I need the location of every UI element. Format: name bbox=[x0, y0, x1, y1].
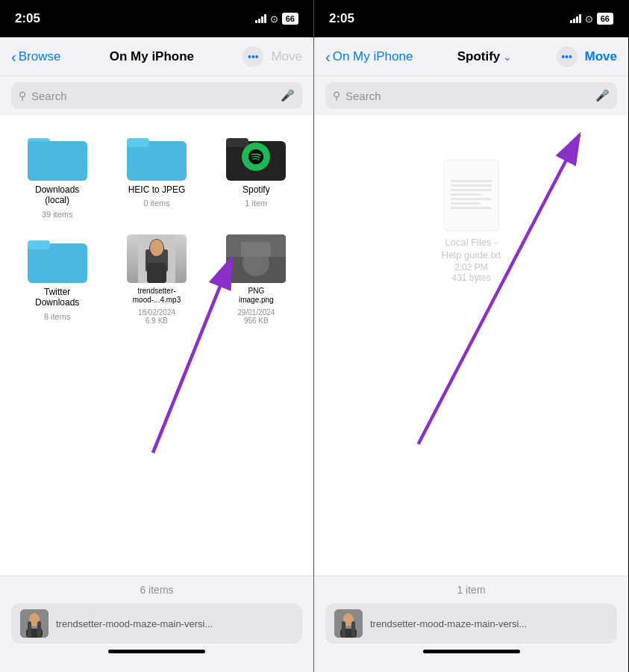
left-player-title: trendsetter-mood-maze-main-versi... bbox=[56, 618, 293, 629]
right-search-wrap: ⚲ Search 🎤 bbox=[314, 76, 628, 115]
left-bottom-player[interactable]: trendsetter-mood-maze-main-versi... bbox=[11, 603, 302, 644]
left-nav-title: On My iPhone bbox=[65, 49, 238, 64]
right-file-lines bbox=[451, 180, 492, 211]
left-mic-icon[interactable]: 🎤 bbox=[281, 89, 295, 102]
right-ellipsis-button[interactable]: ••• bbox=[557, 46, 578, 67]
right-home-indicator bbox=[423, 650, 520, 653]
left-bottom-count: 6 items bbox=[11, 584, 302, 596]
right-spotify-row: Spotify ⌄ bbox=[417, 49, 551, 64]
right-player-title: trendsetter-mood-maze-main-versi... bbox=[370, 618, 608, 629]
right-file-line-5 bbox=[451, 198, 492, 200]
right-file-line-2 bbox=[451, 184, 492, 187]
right-bottom-bar: 1 item trendsetter-mood-maze-main-versi.… bbox=[314, 576, 628, 672]
right-status-bar: 2:05 ⊙ 66 bbox=[314, 0, 628, 37]
left-player-thumb bbox=[20, 609, 48, 638]
folder-twitter-sub: 8 items bbox=[44, 312, 70, 321]
svg-rect-34 bbox=[351, 621, 355, 638]
folder-downloads-icon bbox=[28, 132, 87, 181]
folder-heic[interactable]: HEIC to JPEG 0 items bbox=[107, 126, 206, 225]
left-phone-screen: 2:05 ⊙ 66 ‹ Browse On My iPhone ••• Move bbox=[0, 0, 314, 672]
folder-downloads[interactable]: Downloads(local) 39 items bbox=[7, 126, 107, 225]
right-search-placeholder: Search bbox=[345, 90, 590, 102]
right-file-name: Local Files - Help guide.txt bbox=[442, 237, 501, 262]
svg-point-15 bbox=[150, 240, 163, 256]
file-person-label: trendsetter-mood-...4.mp3 bbox=[133, 287, 181, 305]
right-bottom-count: 1 item bbox=[325, 584, 617, 596]
folder-heic-label: HEIC to JPEG bbox=[128, 184, 186, 195]
svg-rect-33 bbox=[342, 621, 345, 638]
right-wifi-icon: ⊙ bbox=[585, 13, 593, 25]
folder-downloads-sub: 39 items bbox=[42, 210, 73, 219]
left-nav-bar: ‹ Browse On My iPhone ••• Move bbox=[0, 37, 313, 76]
right-file-size: 431 bytes bbox=[442, 273, 501, 283]
file-png-sub: 29/01/2024956 KB bbox=[237, 308, 275, 325]
right-bottom-player[interactable]: trendsetter-mood-maze-main-versi... bbox=[325, 603, 617, 644]
left-back-label: Browse bbox=[19, 49, 61, 64]
right-file-item[interactable]: Local Files - Help guide.txt 2:02 PM 431… bbox=[427, 137, 516, 305]
svg-rect-5 bbox=[127, 138, 149, 147]
svg-rect-7 bbox=[226, 138, 248, 147]
left-move-button[interactable]: Move bbox=[271, 49, 302, 64]
left-status-icons: ⊙ 66 bbox=[255, 13, 298, 25]
right-file-line-6 bbox=[451, 202, 481, 205]
right-file-thumb bbox=[443, 160, 499, 231]
left-ellipsis-button[interactable]: ••• bbox=[242, 46, 263, 67]
right-search-icon: ⚲ bbox=[333, 90, 340, 102]
right-chevron-down-icon[interactable]: ⌄ bbox=[503, 51, 512, 63]
right-file-line-4 bbox=[451, 193, 481, 196]
right-nav-bar: ‹ On My iPhone Spotify ⌄ ••• Move bbox=[314, 37, 628, 76]
svg-rect-16 bbox=[147, 263, 166, 283]
right-battery-icon: 66 bbox=[597, 13, 613, 25]
folder-heic-icon bbox=[127, 132, 187, 181]
right-file-line-3 bbox=[451, 189, 492, 191]
left-folders-grid: Downloads(local) 39 items HEIC to JPEG 0… bbox=[4, 126, 310, 331]
svg-rect-20 bbox=[241, 242, 271, 257]
svg-rect-26 bbox=[28, 621, 31, 638]
file-person-sub: 18/02/20246.9 KB bbox=[138, 308, 175, 325]
folder-downloads-label: Downloads(local) bbox=[35, 184, 79, 206]
file-png-label: PNGimage.png bbox=[239, 287, 274, 305]
left-home-indicator bbox=[108, 650, 205, 653]
file-png[interactable]: PNGimage.png 29/01/2024956 KB bbox=[207, 228, 306, 331]
folder-spotify[interactable]: Spotify 1 item bbox=[207, 126, 306, 225]
svg-rect-27 bbox=[37, 621, 41, 638]
left-wifi-icon: ⊙ bbox=[270, 13, 278, 25]
right-nav-spotify-title: Spotify bbox=[457, 49, 501, 64]
left-search-icon: ⚲ bbox=[19, 90, 26, 102]
file-person-thumb bbox=[127, 234, 187, 283]
right-phone-screen: 2:05 ⊙ 66 ‹ On My iPhone Spotify ⌄ ••• M… bbox=[314, 0, 628, 672]
folder-heic-sub: 0 items bbox=[143, 199, 169, 208]
left-search-wrap: ⚲ Search 🎤 bbox=[0, 76, 313, 115]
folder-twitter-label: TwitterDownloads bbox=[35, 287, 79, 308]
left-status-time: 2:05 bbox=[15, 11, 40, 26]
left-search-bar[interactable]: ⚲ Search 🎤 bbox=[11, 82, 302, 109]
file-person-mp3[interactable]: trendsetter-mood-...4.mp3 18/02/20246.9 … bbox=[107, 228, 206, 331]
folder-spotify-sub: 1 item bbox=[245, 199, 267, 208]
left-content: Downloads(local) 39 items HEIC to JPEG 0… bbox=[0, 115, 313, 576]
left-signal-icon bbox=[255, 14, 266, 23]
right-file-line-1 bbox=[451, 180, 492, 182]
file-png-thumb bbox=[226, 234, 286, 283]
left-nav-actions: ••• Move bbox=[242, 46, 302, 67]
right-back-button[interactable]: ‹ On My iPhone bbox=[325, 49, 413, 64]
left-back-button[interactable]: ‹ Browse bbox=[11, 49, 60, 64]
right-back-label: On My iPhone bbox=[333, 49, 413, 64]
left-back-arrow-icon: ‹ bbox=[11, 49, 16, 64]
right-file-line-7 bbox=[451, 207, 492, 209]
folder-spotify-label: Spotify bbox=[242, 184, 270, 195]
right-mic-icon[interactable]: 🎤 bbox=[595, 89, 610, 102]
svg-rect-9 bbox=[28, 240, 50, 249]
left-bottom-bar: 6 items trendsetter-mood-maze-main-versi… bbox=[0, 576, 313, 672]
right-back-arrow-icon: ‹ bbox=[325, 49, 331, 64]
left-battery-icon: 66 bbox=[282, 13, 298, 25]
right-file-info: Local Files - Help guide.txt 2:02 PM 431… bbox=[442, 237, 501, 283]
right-status-time: 2:05 bbox=[329, 11, 354, 26]
left-status-bar: 2:05 ⊙ 66 bbox=[0, 0, 313, 37]
svg-rect-3 bbox=[28, 141, 87, 181]
folder-twitter[interactable]: TwitterDownloads 8 items bbox=[7, 228, 107, 331]
right-move-button[interactable]: Move bbox=[585, 49, 617, 64]
right-nav-actions: ••• Move bbox=[557, 46, 617, 67]
right-search-bar[interactable]: ⚲ Search 🎤 bbox=[325, 82, 617, 109]
folder-spotify-icon bbox=[226, 132, 286, 181]
right-content: Local Files - Help guide.txt 2:02 PM 431… bbox=[314, 115, 628, 576]
